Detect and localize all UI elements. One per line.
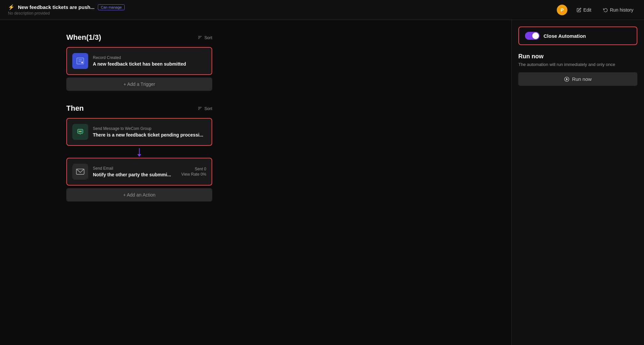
sort-icon — [198, 35, 202, 40]
connector-line — [139, 148, 140, 155]
wecom-icon — [72, 124, 88, 140]
edit-label: Edit — [583, 7, 591, 13]
header-left: ⚡ New feedback tickets are push... Can m… — [8, 4, 125, 16]
email-icon-svg — [76, 167, 85, 176]
run-now-btn-label: Run now — [572, 76, 592, 82]
canvas: When(1/3) Sort — [0, 20, 511, 345]
run-history-label: Run history — [610, 7, 633, 13]
avatar[interactable]: P — [557, 5, 567, 15]
email-card-content: Send Email Notify the other party the su… — [93, 166, 177, 177]
main: When(1/3) Sort — [0, 20, 644, 345]
email-view-rate: View Rate 0% — [181, 172, 206, 177]
header-right: P Edit Run history — [557, 5, 636, 15]
run-now-title: Run now — [518, 53, 637, 60]
wecom-icon-svg — [76, 127, 85, 137]
run-now-section: Run now The automation will run immediat… — [518, 52, 637, 87]
record-created-icon — [72, 53, 88, 69]
action-connector — [66, 148, 212, 156]
edit-button[interactable]: Edit — [574, 6, 594, 14]
email-action-card[interactable]: Send Email Notify the other party the su… — [66, 158, 212, 186]
trigger-card-label: Record Created — [93, 55, 206, 60]
svg-point-14 — [79, 131, 80, 132]
then-sort-label: Sort — [204, 106, 212, 111]
when-sort-label: Sort — [204, 35, 212, 40]
header-title-row: ⚡ New feedback tickets are push... Can m… — [8, 4, 125, 10]
when-sort-button[interactable]: Sort — [198, 35, 212, 40]
wecom-card-title: There is a new feedback ticket pending p… — [93, 132, 206, 138]
then-section: Then Sort — [66, 104, 212, 201]
wecom-action-card[interactable]: Send Message to WeCom Group There is a n… — [66, 118, 212, 146]
svg-point-16 — [81, 131, 82, 132]
when-section: When(1/3) Sort — [66, 33, 212, 91]
then-sort-icon — [198, 106, 202, 111]
close-automation-label: Close Automation — [544, 33, 586, 39]
trigger-card-content: Record Created A new feedback ticket has… — [93, 55, 206, 67]
then-sort-button[interactable]: Sort — [198, 106, 212, 111]
then-section-header: Then Sort — [66, 104, 212, 113]
record-icon-svg — [76, 56, 85, 66]
right-panel: Close Automation Run now The automation … — [511, 20, 644, 345]
run-now-icon — [564, 77, 569, 82]
header: ⚡ New feedback tickets are push... Can m… — [0, 0, 644, 20]
can-manage-badge[interactable]: Can manage — [98, 4, 125, 10]
close-automation-toggle[interactable] — [525, 32, 540, 40]
toggle-knob — [532, 32, 539, 39]
run-history-button[interactable]: Run history — [601, 6, 636, 14]
wecom-card-label: Send Message to WeCom Group — [93, 126, 206, 131]
close-automation-box[interactable]: Close Automation — [518, 27, 637, 45]
email-card-label: Send Email — [93, 166, 177, 171]
run-now-desc: The automation will run immediately and … — [518, 62, 637, 67]
automation-title: New feedback tickets are push... — [18, 4, 95, 10]
trigger-card[interactable]: Record Created A new feedback ticket has… — [66, 47, 212, 75]
email-icon — [72, 164, 88, 180]
then-section-title: Then — [66, 104, 84, 113]
wecom-card-content: Send Message to WeCom Group There is a n… — [93, 126, 206, 138]
when-section-title: When(1/3) — [66, 33, 101, 42]
add-action-label: + Add an Action — [123, 192, 156, 198]
email-sent-count: Sent 0 — [195, 167, 206, 171]
add-trigger-label: + Add a Trigger — [123, 82, 155, 87]
when-section-header: When(1/3) Sort — [66, 33, 212, 42]
email-card-meta: Sent 0 View Rate 0% — [181, 167, 206, 177]
header-subtitle: No description provided — [8, 11, 125, 16]
run-now-button[interactable]: Run now — [518, 72, 637, 86]
svg-point-15 — [80, 131, 81, 132]
history-icon — [603, 8, 608, 12]
lightning-icon: ⚡ — [8, 4, 15, 10]
svg-marker-19 — [566, 78, 568, 80]
add-action-button[interactable]: + Add an Action — [66, 188, 212, 201]
email-card-title: Notify the other party the submmi... — [93, 172, 177, 177]
trigger-card-title: A new feedback ticket has been submitted — [93, 61, 206, 67]
edit-icon — [577, 8, 581, 12]
connector-visual — [137, 148, 141, 157]
add-trigger-button[interactable]: + Add a Trigger — [66, 78, 212, 91]
